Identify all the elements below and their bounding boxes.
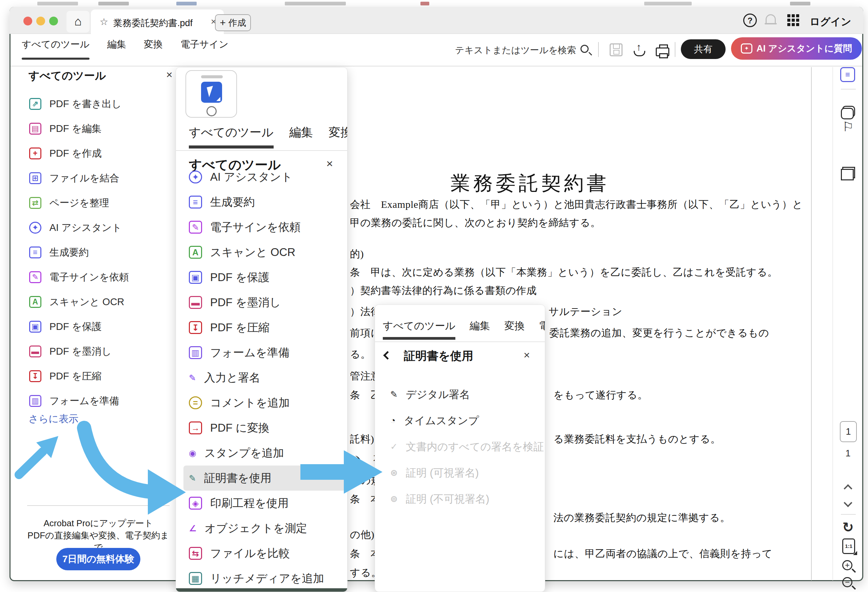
tool-item[interactable]: ≡ 生成要約 [189, 189, 342, 215]
menu-item[interactable]: すべてのツール [189, 124, 274, 140]
page-number-input[interactable]: 1 [840, 421, 857, 442]
pages-icon[interactable] [840, 167, 856, 180]
show-more-link[interactable]: さらに表示 [28, 412, 78, 426]
tool-item[interactable]: ◈ 印刷工程を使用 [189, 491, 342, 516]
login-button[interactable]: ログイン [810, 15, 852, 29]
background-fragment [285, 2, 346, 6]
upload-icon[interactable]: ↑ [633, 41, 645, 57]
nested-screenshot-all-tools: すべてのツール 編集 変換 電子サイン すべてのツール × ✦ AI アシスタン… [176, 67, 348, 592]
document-tab[interactable]: ☆ 業務委託契約書.pdf × [91, 9, 224, 34]
generative-summary-icon[interactable]: ≡ [840, 67, 855, 82]
save-icon[interactable] [610, 43, 623, 56]
promo-line1: Acrobat Proにアップデート [24, 517, 173, 529]
menu-item[interactable]: 変換 [504, 319, 524, 333]
tool-item[interactable]: ↧ PDF を圧縮 [189, 315, 342, 340]
tool-item[interactable]: = コメントを追加 [189, 390, 342, 415]
tool-button[interactable] [207, 106, 217, 116]
certificates-list: ✎ デジタル署名 ◔ タイムスタンプ ✓ 文書内のすべての署名を検証 ⊛ 証明 … [390, 381, 539, 512]
bookmarks-icon[interactable]: ⚐ [840, 120, 856, 134]
sidebar-item[interactable]: ⇄ ページを整理 [29, 190, 175, 215]
tool-item[interactable]: ✎ 証明書を使用 [183, 465, 345, 491]
menu-item[interactable]: 変換 [329, 124, 348, 140]
print-icon[interactable] [656, 47, 669, 56]
new-tab-button[interactable]: + 作成 [215, 14, 251, 31]
menu-item[interactable]: 編集 [289, 124, 313, 140]
zoom-in-icon[interactable]: + [842, 560, 852, 570]
certificate-item[interactable]: ◔ タイムスタンプ [390, 407, 539, 434]
certificate-item[interactable]: ⊚ 証明 (不可視署名) [390, 486, 539, 512]
sidebar-item[interactable]: ✦ AI アシスタント [29, 215, 175, 240]
drag-handle[interactable] [201, 75, 223, 78]
request-esignatures-icon: ✎ [189, 221, 202, 234]
sidebar-item[interactable]: ⇗ PDF を書き出し [29, 92, 175, 116]
sidebar-item[interactable]: ↧ PDF を圧縮 [29, 364, 175, 388]
tool-item[interactable]: → PDF に変換 [189, 415, 342, 440]
all-tools-header: すべてのツール [28, 68, 106, 83]
tool-item[interactable]: ▦ リッチメディアを追加 [189, 566, 342, 591]
tool-item[interactable]: ▣ PDF を保護 [189, 265, 342, 290]
doc-fragment: 的) [350, 247, 364, 261]
menu-item[interactable]: 電子サイン [539, 319, 545, 333]
close-icon[interactable]: × [166, 68, 173, 81]
certificate-item[interactable]: ⊛ 証明 (可視署名) [390, 460, 539, 486]
star-icon[interactable]: ☆ [100, 16, 108, 28]
tool-item[interactable]: ✎ 電子サインを依頼 [189, 215, 342, 240]
share-button[interactable]: 共有 [681, 39, 726, 59]
close-window-button[interactable] [24, 16, 32, 25]
close-icon[interactable]: × [524, 349, 530, 362]
comments-icon[interactable] [840, 106, 856, 120]
menu-item[interactable]: 電子サイン [180, 38, 229, 51]
menu-item[interactable]: 変換 [144, 38, 163, 51]
select-tool-button[interactable] [201, 82, 222, 103]
tool-item[interactable]: ∠ オブジェクトを測定 [189, 516, 342, 541]
sidebar-item[interactable]: + PDF を作成 [29, 141, 175, 166]
tool-item[interactable]: ▥ フォームを準備 [189, 340, 342, 365]
search-icon[interactable] [580, 45, 589, 53]
sidebar-item[interactable]: ▬ PDF を墨消し [29, 339, 175, 364]
free-trial-button[interactable]: 7日間の無料体験 [56, 548, 140, 570]
home-tab-button[interactable]: ⌂ [66, 11, 90, 32]
redact-pdf-icon: ▬ [29, 345, 41, 358]
compress-pdf-icon: ↧ [189, 321, 202, 334]
zoom-window-button[interactable] [49, 16, 58, 25]
sidebar-item[interactable]: ▤ PDF を編集 [29, 116, 175, 141]
actual-size-icon[interactable]: 1:1 [842, 539, 855, 554]
menu-item[interactable]: すべてのツール [22, 38, 90, 51]
sidebar-item[interactable]: ▣ PDF を保護 [29, 314, 175, 339]
minimize-window-button[interactable] [36, 16, 45, 25]
ai-assistant-icon: ✦ [189, 171, 202, 184]
menu-item[interactable]: 編集 [469, 319, 490, 333]
menu-item[interactable]: すべてのツール [383, 319, 455, 333]
doc-fragment: 委託業務の追加、変更を行うことができるもの [549, 326, 769, 340]
sidebar-item[interactable]: ✎ 電子サインを依頼 [29, 265, 175, 289]
tool-item[interactable]: ▬ PDF を墨消し [189, 290, 342, 315]
tool-item[interactable]: A スキャンと OCR [189, 240, 342, 265]
back-chevron-icon[interactable] [383, 351, 392, 359]
doc-fragment: の他) [350, 528, 374, 542]
tool-item[interactable]: ✎ 入力と署名 [189, 365, 342, 390]
zoom-out-icon[interactable]: − [842, 577, 852, 587]
divider [27, 505, 170, 506]
help-button[interactable]: ? [743, 13, 757, 27]
tool-item[interactable]: ⇆ ファイルを比較 [189, 541, 342, 566]
certificate-item[interactable]: ✓ 文書内のすべての署名を検証 [390, 434, 539, 460]
ask-ai-assistant-button[interactable]: ✦ AI アシスタントに質問 [731, 37, 862, 60]
menu-item[interactable]: 編集 [107, 38, 126, 51]
sidebar-item[interactable]: ▥ フォームを準備 [29, 388, 175, 413]
certificate-item[interactable]: ✎ デジタル署名 [390, 381, 539, 407]
rotate-page-icon[interactable]: ↻ [840, 520, 856, 535]
sidebar-item[interactable]: ≡ 生成要約 [29, 240, 175, 265]
ai-assistant-icon: ✦ [29, 222, 41, 234]
corner-wedge-icon [216, 97, 220, 101]
search-input[interactable]: テキストまたはツールを検索 [455, 44, 576, 56]
sidebar-item[interactable]: A スキャンと OCR [29, 289, 175, 314]
notifications-bell-icon[interactable] [766, 14, 776, 23]
tool-item[interactable]: ◉ スタンプを追加 [189, 440, 342, 465]
divider [375, 341, 545, 342]
tool-item[interactable]: ✦ AI アシスタント [189, 164, 342, 189]
background-fragment [790, 2, 810, 6]
sidebar-item[interactable]: ⊞ ファイルを結合 [29, 166, 175, 190]
apps-grid-icon[interactable] [787, 14, 799, 26]
nested-screenshot-certificates: すべてのツール 編集 変換 電子サイン 証明書を使用 × ✎ デジタル署名 ◔ [375, 304, 545, 592]
document-line: 甲の業務の委託に関し、次のとおり契約を締結する。 [350, 216, 601, 230]
